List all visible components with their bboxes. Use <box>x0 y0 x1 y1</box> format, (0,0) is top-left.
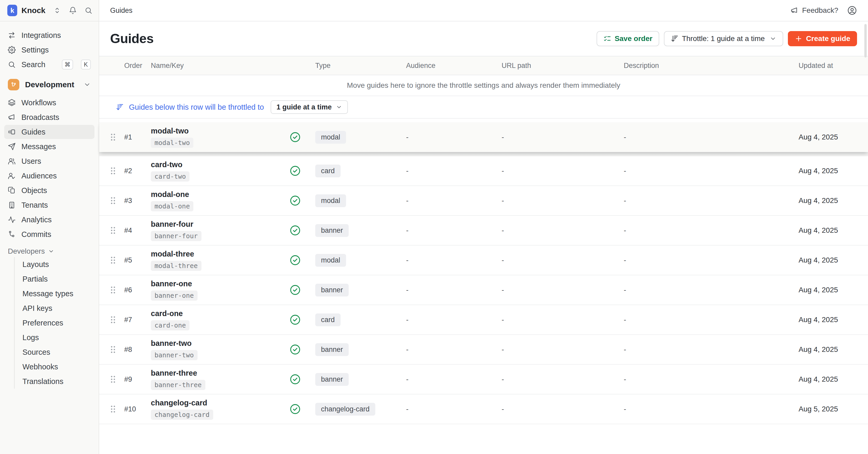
table-row[interactable]: #3 modal-one modal-one modal - - - Aug 4… <box>99 186 868 216</box>
guide-key-badge: modal-three <box>151 261 202 271</box>
drag-handle-icon[interactable] <box>110 196 116 205</box>
table-row[interactable]: #1 modal-two modal-two modal - - - Aug 4… <box>99 122 868 152</box>
guide-name[interactable]: modal-one <box>151 190 189 199</box>
sidebar-section-developers[interactable]: Developers <box>4 246 94 257</box>
workspace-name: Knock <box>22 6 45 15</box>
drag-handle-icon[interactable] <box>110 133 116 142</box>
sidebar-item-settings[interactable]: Settings <box>4 43 94 57</box>
sidebar-item-layouts[interactable]: Layouts <box>23 257 94 272</box>
guide-name[interactable]: card-one <box>151 309 183 318</box>
table-row[interactable]: #9 banner-three banner-three banner - - … <box>99 365 868 394</box>
guide-name[interactable]: modal-two <box>151 127 189 135</box>
guide-name[interactable]: modal-three <box>151 250 194 258</box>
plus-icon <box>795 35 803 42</box>
drag-handle-icon[interactable] <box>110 345 116 354</box>
type-badge: card <box>315 165 341 177</box>
drag-handle-icon[interactable] <box>110 315 116 324</box>
table-row[interactable]: #2 card-two card-two card - - - Aug 4, 2… <box>99 156 868 186</box>
throttle-select[interactable]: 1 guide at a time <box>271 100 348 114</box>
status-active-check-icon <box>289 254 301 266</box>
row-order: #5 <box>124 256 143 264</box>
create-guide-label: Create guide <box>806 34 850 43</box>
row-audience: - <box>401 405 497 413</box>
sidebar-item-objects[interactable]: Objects <box>4 183 94 197</box>
sidebar-item-workflows[interactable]: Workflows <box>4 95 94 110</box>
environment-switcher[interactable]: Development <box>4 77 94 92</box>
table-row[interactable]: #10 changelog-card changelog-card change… <box>99 394 868 424</box>
notifications-bell-icon[interactable] <box>69 6 77 15</box>
sidebar-item-message-types[interactable]: Message types <box>23 286 94 301</box>
guides-table: Order Name/Key Type Audience URL path De… <box>99 56 868 424</box>
col-updated-at: Updated at <box>790 62 859 70</box>
sidebar-item-label: Analytics <box>22 216 52 224</box>
row-type: banner <box>310 284 401 296</box>
guide-key-badge: banner-four <box>151 231 202 241</box>
guide-key-badge: modal-two <box>151 138 193 148</box>
row-type: modal <box>310 194 401 207</box>
row-audience: - <box>401 286 497 294</box>
drag-handle-icon[interactable] <box>110 375 116 384</box>
row-type: banner <box>310 373 401 386</box>
sidebar-item-users[interactable]: Users <box>4 154 94 168</box>
sidebar-item-broadcasts[interactable]: Broadcasts <box>4 110 94 124</box>
sidebar-item-sources[interactable]: Sources <box>23 345 94 360</box>
row-name-key: modal-one modal-one <box>143 190 281 211</box>
drag-handle-icon[interactable] <box>110 285 116 294</box>
sidebar-item-partials[interactable]: Partials <box>23 272 94 286</box>
table-row[interactable]: #5 modal-three modal-three modal - - - A… <box>99 246 868 275</box>
guide-name[interactable]: banner-one <box>151 280 192 288</box>
kbd-k: K <box>81 60 91 69</box>
scrollbar-thumb[interactable] <box>864 24 867 57</box>
table-row[interactable]: #7 card-one card-one card - - - Aug 4, 2… <box>99 305 868 335</box>
sidebar-item-api-keys[interactable]: API keys <box>23 301 94 316</box>
sidebar-item-label: Logs <box>23 333 39 342</box>
table-row[interactable]: #6 banner-one banner-one banner - - - Au… <box>99 275 868 305</box>
guide-name[interactable]: banner-three <box>151 369 197 377</box>
col-audience: Audience <box>401 62 497 70</box>
row-order: #6 <box>124 286 143 294</box>
send-icon <box>8 143 16 150</box>
guide-name[interactable]: banner-four <box>151 220 193 229</box>
drag-handle-icon[interactable] <box>110 405 116 414</box>
sidebar-item-commits[interactable]: Commits <box>4 227 94 242</box>
sidebar-item-label: Commits <box>22 230 51 239</box>
sidebar-item-webhooks[interactable]: Webhooks <box>23 360 94 374</box>
user-avatar-icon[interactable] <box>847 5 857 16</box>
row-description: - <box>617 196 790 205</box>
guide-key-badge: banner-three <box>151 380 206 390</box>
sidebar-item-translations[interactable]: Translations <box>23 374 94 389</box>
throttle-dropdown-button[interactable]: Throttle: 1 guide at a time <box>664 31 783 46</box>
breadcrumb: Guides <box>110 6 132 15</box>
table-row[interactable]: #4 banner-four banner-four banner - - - … <box>99 216 868 246</box>
guide-name[interactable]: changelog-card <box>151 399 207 407</box>
sidebar-item-preferences[interactable]: Preferences <box>23 316 94 330</box>
create-guide-button[interactable]: Create guide <box>788 31 857 46</box>
guide-name[interactable]: banner-two <box>151 339 191 348</box>
sidebar-item-tenants[interactable]: Tenants <box>4 198 94 212</box>
search-icon[interactable] <box>85 6 92 15</box>
table-row[interactable]: #8 banner-two banner-two banner - - - Au… <box>99 335 868 365</box>
sidebar-item-guides[interactable]: Guides <box>4 125 94 139</box>
sidebar-item-integrations[interactable]: Integrations <box>4 28 94 42</box>
save-order-button[interactable]: Save order <box>597 31 659 46</box>
sidebar-item-logs[interactable]: Logs <box>23 330 94 345</box>
row-order: #2 <box>124 167 143 175</box>
drag-handle-icon[interactable] <box>110 256 116 265</box>
unthrottled-dropzone[interactable]: Move guides here to ignore the throttle … <box>99 75 868 96</box>
sidebar-item-analytics[interactable]: Analytics <box>4 212 94 227</box>
row-audience: - <box>401 345 497 354</box>
sort-descending-icon <box>116 103 124 111</box>
drag-handle-icon[interactable] <box>110 226 116 235</box>
sidebar-item-label: Layouts <box>23 260 49 269</box>
guide-key-badge: card-one <box>151 320 189 331</box>
throttle-divider-label[interactable]: Guides below this row will be throttled … <box>129 103 264 112</box>
sidebar-item-messages[interactable]: Messages <box>4 140 94 153</box>
row-name-key: banner-four banner-four <box>143 220 281 241</box>
drag-handle-icon[interactable] <box>110 166 116 175</box>
guide-name[interactable]: card-two <box>151 161 182 169</box>
feedback-button[interactable]: Feedback? <box>790 6 838 15</box>
sidebar-item-search[interactable]: Search ⌘ K <box>4 57 94 72</box>
workspace-switcher-icon[interactable] <box>53 6 61 15</box>
sidebar-item-audiences[interactable]: Audiences <box>4 169 94 183</box>
gear-icon <box>8 46 16 54</box>
